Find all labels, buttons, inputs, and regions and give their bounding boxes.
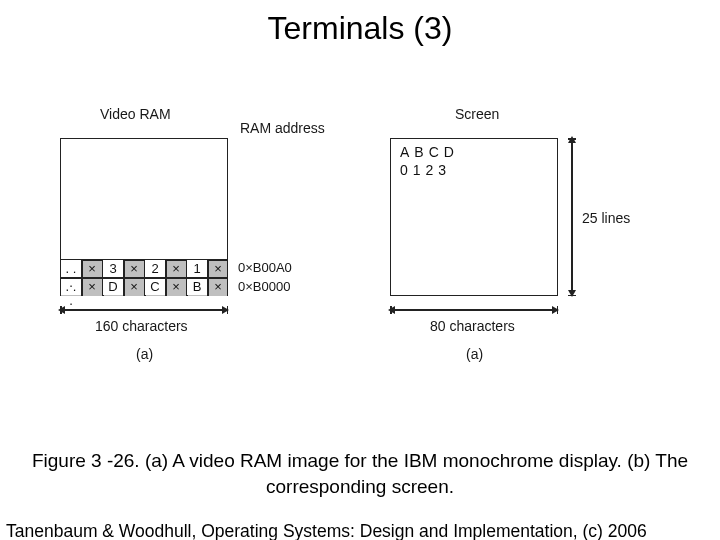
screen-line2: 0123 bbox=[400, 162, 451, 178]
cell-lower-C: C bbox=[145, 280, 165, 294]
mult: × bbox=[124, 262, 144, 276]
cell-upper-2: 2 bbox=[145, 262, 165, 276]
figure-area: Video RAM RAM address . . . × 3 × 2 × 1 … bbox=[60, 128, 680, 388]
addr-lower: 0×B0000 bbox=[238, 279, 290, 294]
cell-lower-B: B bbox=[187, 280, 207, 294]
width-arrow-line-right bbox=[394, 309, 554, 311]
mult: × bbox=[82, 280, 102, 294]
arrow-left-icon bbox=[58, 306, 65, 314]
mult: × bbox=[82, 262, 102, 276]
attribution-text: Tanenbaum & Woodhull, Operating Systems:… bbox=[0, 521, 647, 540]
right-sub-label: (a) bbox=[466, 346, 483, 362]
addr-upper: 0×B00A0 bbox=[238, 260, 292, 275]
width-arrow-line-left bbox=[64, 309, 224, 311]
left-width-label: 160 characters bbox=[95, 318, 188, 334]
cell-upper-3: 3 bbox=[103, 262, 123, 276]
right-height-label: 25 lines bbox=[582, 210, 630, 226]
left-sub-label: (a) bbox=[136, 346, 153, 362]
mult: × bbox=[166, 262, 186, 276]
slide-title: Terminals (3) bbox=[0, 0, 720, 47]
figure-caption: Figure 3 -26. (a) A video RAM image for … bbox=[30, 448, 690, 499]
left-header-label: Video RAM bbox=[100, 106, 171, 122]
mult: × bbox=[124, 280, 144, 294]
right-width-label: 80 characters bbox=[430, 318, 515, 334]
mult: × bbox=[166, 280, 186, 294]
arrow-right-icon bbox=[552, 306, 559, 314]
mult: × bbox=[208, 262, 228, 276]
arrow-left-icon bbox=[388, 306, 395, 314]
screen-line1: ABCD bbox=[400, 144, 459, 160]
arrow-up-icon bbox=[568, 136, 576, 143]
ram-address-label: RAM address bbox=[240, 120, 325, 136]
cell-lower-D: D bbox=[103, 280, 123, 294]
arrow-right-icon bbox=[222, 306, 229, 314]
arrow-down-icon bbox=[568, 290, 576, 297]
mult: × bbox=[208, 280, 228, 294]
right-header-label: Screen bbox=[455, 106, 499, 122]
ellipsis-lower: . . . bbox=[62, 280, 80, 308]
height-arrow-line bbox=[571, 142, 573, 292]
cell-upper-1: 1 bbox=[187, 262, 207, 276]
